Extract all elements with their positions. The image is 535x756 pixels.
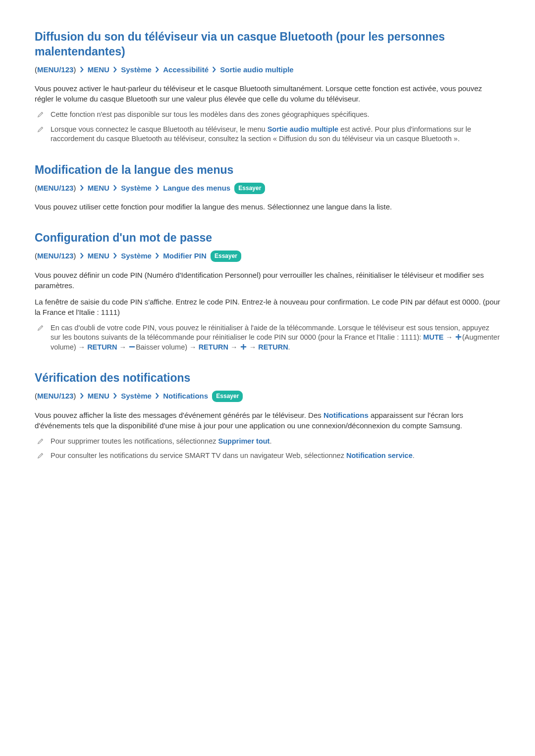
arrow-right-icon: → — [119, 343, 129, 351]
breadcrumb-item: Système — [121, 252, 152, 260]
paren-close: ) — [73, 184, 76, 192]
arrow-right-icon: → — [445, 333, 455, 341]
note-text: . — [413, 452, 415, 459]
note-strong: Notification service — [346, 452, 413, 459]
breadcrumb-item: MENU — [88, 65, 109, 74]
breadcrumb-item: Modifier PIN — [163, 252, 207, 260]
note-list: Cette fonction n'est pas disponible sur … — [35, 110, 500, 144]
breadcrumb-item: Système — [121, 392, 152, 400]
chevron-right-icon — [80, 252, 84, 263]
breadcrumb-item: MENU — [88, 392, 109, 400]
note-text: . — [288, 343, 290, 351]
breadcrumb-item: MENU/123 — [37, 392, 73, 400]
arrow-right-icon: → — [249, 343, 259, 351]
chevron-right-icon — [155, 252, 160, 263]
pencil-icon — [37, 452, 44, 459]
pencil-icon — [37, 111, 44, 118]
section-password: Configuration d'un mot de passe (MENU/12… — [35, 231, 500, 352]
body-paragraph: Vous pouvez utiliser cette fonction pour… — [35, 202, 500, 212]
paren-close: ) — [73, 392, 76, 400]
chevron-right-icon — [113, 392, 117, 403]
note-list: En cas d'oubli de votre code PIN, vous p… — [35, 323, 500, 353]
section-notifications: Vérification des notifications (MENU/123… — [35, 371, 500, 461]
breadcrumb-item: MENU — [88, 184, 109, 192]
body-paragraph: Vous pouvez activer le haut-parleur du t… — [35, 83, 500, 104]
body-paragraph: La fenêtre de saisie du code PIN s'affic… — [35, 297, 500, 317]
try-now-badge[interactable]: Essayer — [212, 391, 243, 402]
breadcrumb-item: Système — [121, 184, 152, 192]
section-heading: Diffusion du son du téléviseur via un ca… — [35, 30, 500, 59]
chevron-right-icon — [113, 65, 117, 77]
breadcrumb-item: Système — [121, 65, 152, 74]
breadcrumb-item: MENU/123 — [37, 184, 73, 192]
note-text: Baisser volume) — [136, 343, 187, 351]
note-item: Cette fonction n'est pas disponible sur … — [35, 110, 500, 120]
note-strong: Sortie audio multiple — [268, 125, 338, 133]
body-text-part: Vous pouvez afficher la liste des messag… — [35, 411, 323, 419]
chevron-right-icon — [113, 252, 117, 263]
breadcrumb-item: MENU/123 — [37, 65, 73, 74]
chevron-right-icon — [155, 392, 160, 403]
page: Diffusion du son du téléviseur via un ca… — [35, 30, 500, 461]
body-strong: Notifications — [323, 411, 369, 419]
pencil-icon — [37, 126, 44, 133]
breadcrumb-item: MENU/123 — [37, 252, 73, 260]
breadcrumb: (MENU/123) MENU Système Notifications Es… — [35, 391, 500, 403]
chevron-right-icon — [155, 184, 160, 195]
note-strong: RETURN — [87, 343, 117, 351]
section-bluetooth-audio: Diffusion du son du téléviseur via un ca… — [35, 30, 500, 144]
chevron-right-icon — [155, 65, 160, 77]
note-text: Pour supprimer toutes les notifications,… — [51, 437, 218, 445]
breadcrumb-item: Notifications — [163, 392, 208, 400]
note-strong: RETURN — [258, 343, 288, 351]
note-item: Pour consulter les notifications du serv… — [35, 451, 500, 461]
note-strong: MUTE — [423, 333, 443, 341]
arrow-right-icon: → — [78, 343, 88, 351]
paren-close: ) — [73, 65, 76, 74]
chevron-right-icon — [212, 65, 216, 77]
section-menu-language: Modification de la langue des menus (MEN… — [35, 163, 500, 212]
chevron-right-icon — [80, 392, 84, 403]
note-item: Pour supprimer toutes les notifications,… — [35, 437, 500, 447]
body-paragraph: Vous pouvez afficher la liste des messag… — [35, 410, 500, 431]
plus-icon — [240, 343, 247, 351]
note-item: Lorsque vous connectez le casque Bluetoo… — [35, 125, 500, 144]
breadcrumb-item: Langue des menus — [163, 184, 230, 192]
note-strong: Supprimer tout — [218, 437, 270, 445]
breadcrumb: (MENU/123) MENU Système Accessibilité So… — [35, 64, 500, 77]
chevron-right-icon — [80, 184, 84, 195]
section-heading: Configuration d'un mot de passe — [35, 231, 500, 246]
paren-close: ) — [73, 252, 76, 260]
section-heading: Vérification des notifications — [35, 371, 500, 386]
pencil-icon — [37, 324, 44, 331]
breadcrumb-item: Sortie audio multiple — [220, 65, 293, 74]
note-text: Cette fonction n'est pas disponible sur … — [51, 110, 370, 118]
note-text: Pour consulter les notifications du serv… — [51, 452, 346, 459]
breadcrumb: (MENU/123) MENU Système Modifier PIN Ess… — [35, 251, 500, 263]
try-now-badge[interactable]: Essayer — [234, 183, 265, 194]
note-strong: RETURN — [199, 343, 228, 351]
section-heading: Modification de la langue des menus — [35, 163, 500, 178]
note-item: En cas d'oubli de votre code PIN, vous p… — [35, 323, 500, 353]
note-text: . — [269, 437, 271, 445]
body-paragraph: Vous pouvez définir un code PIN (Numéro … — [35, 270, 500, 291]
arrow-right-icon: → — [189, 343, 199, 351]
plus-icon — [455, 333, 462, 341]
chevron-right-icon — [113, 184, 117, 195]
arrow-right-icon: → — [230, 343, 240, 351]
breadcrumb-item: Accessibilité — [163, 65, 209, 74]
minus-icon — [128, 343, 136, 351]
chevron-right-icon — [80, 65, 84, 77]
pencil-icon — [37, 438, 44, 445]
breadcrumb: (MENU/123) MENU Système Langue des menus… — [35, 183, 500, 195]
try-now-badge[interactable]: Essayer — [211, 251, 241, 262]
breadcrumb-item: MENU — [88, 252, 109, 260]
note-list: Pour supprimer toutes les notifications,… — [35, 437, 500, 461]
note-text: Lorsque vous connectez le casque Bluetoo… — [51, 125, 268, 133]
